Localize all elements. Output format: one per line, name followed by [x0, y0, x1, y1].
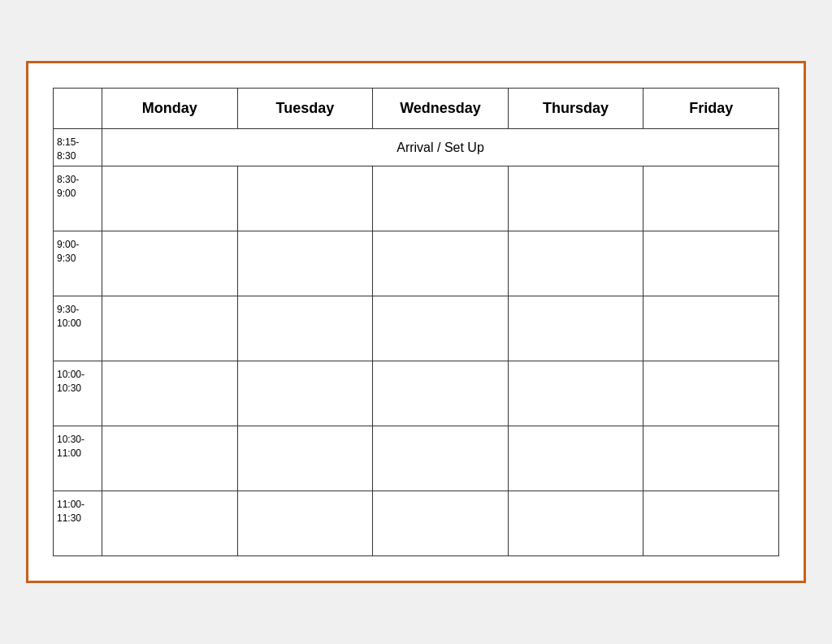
schedule-row: 8:30- 9:00 [54, 166, 779, 231]
schedule-cell[interactable] [508, 231, 644, 296]
schedule-cell[interactable] [644, 426, 779, 491]
header-thursday: Thursday [508, 88, 644, 128]
schedule-cell[interactable] [102, 491, 238, 556]
schedule-cell[interactable] [102, 296, 238, 361]
schedule-cell[interactable] [373, 361, 509, 426]
time-slot: 8:30- 9:00 [54, 166, 102, 231]
schedule-cell[interactable] [102, 166, 238, 231]
schedule-cell[interactable] [508, 426, 644, 491]
schedule-cell[interactable] [508, 491, 644, 556]
schedule-cell[interactable] [102, 426, 238, 491]
arrival-label: Arrival / Set Up [102, 128, 779, 166]
arrival-row: 8:15- 8:30Arrival / Set Up [54, 128, 779, 166]
schedule-cell[interactable] [644, 166, 779, 231]
arrival-time: 8:15- 8:30 [54, 128, 102, 166]
schedule-cell[interactable] [644, 491, 779, 556]
schedule-cell[interactable] [508, 361, 644, 426]
time-slot: 10:00- 10:30 [54, 361, 102, 426]
time-slot: 9:00- 9:30 [54, 231, 102, 296]
schedule-cell[interactable] [373, 296, 509, 361]
schedule-cell[interactable] [373, 166, 509, 231]
schedule-cell[interactable] [508, 296, 644, 361]
schedule-row: 10:30- 11:00 [54, 426, 779, 491]
time-slot: 9:30- 10:00 [54, 296, 102, 361]
schedule-cell[interactable] [102, 231, 238, 296]
schedule-cell[interactable] [237, 491, 373, 556]
schedule-cell[interactable] [644, 296, 779, 361]
schedule-row: 9:30- 10:00 [54, 296, 779, 361]
header-time [54, 88, 102, 128]
header-monday: Monday [102, 88, 238, 128]
schedule-table: Monday Tuesday Wednesday Thursday Friday… [53, 88, 779, 557]
schedule-cell[interactable] [373, 491, 509, 556]
schedule-row: 11:00- 11:30 [54, 491, 779, 556]
schedule-cell[interactable] [644, 231, 779, 296]
schedule-row: 10:00- 10:30 [54, 361, 779, 426]
schedule-cell[interactable] [102, 361, 238, 426]
header-wednesday: Wednesday [373, 88, 509, 128]
calendar-page: Monday Tuesday Wednesday Thursday Friday… [26, 61, 806, 584]
schedule-cell[interactable] [373, 426, 509, 491]
schedule-cell[interactable] [237, 296, 373, 361]
schedule-cell[interactable] [237, 361, 373, 426]
header-friday: Friday [644, 88, 779, 128]
time-slot: 10:30- 11:00 [54, 426, 102, 491]
schedule-cell[interactable] [373, 231, 509, 296]
schedule-cell[interactable] [237, 166, 373, 231]
schedule-cell[interactable] [644, 361, 779, 426]
header-tuesday: Tuesday [237, 88, 373, 128]
schedule-row: 9:00- 9:30 [54, 231, 779, 296]
schedule-cell[interactable] [237, 426, 373, 491]
time-slot: 11:00- 11:30 [54, 491, 102, 556]
schedule-cell[interactable] [237, 231, 373, 296]
schedule-cell[interactable] [508, 166, 644, 231]
